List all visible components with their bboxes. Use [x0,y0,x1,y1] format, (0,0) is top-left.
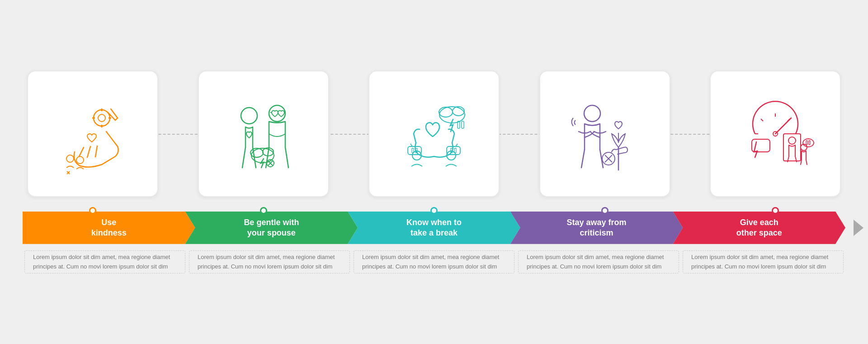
svg-rect-47 [783,134,801,161]
svg-rect-31 [447,146,460,155]
svg-point-21 [439,107,453,117]
arrow-shape-2: Be gentle with your spouse [185,212,358,244]
svg-rect-51 [806,141,807,145]
arrow-label-2: Be gentle with your spouse [230,217,312,238]
arrow-item-5: Give each other space [673,212,845,244]
dot-3 [430,207,438,214]
card-wrapper-4 [535,71,675,197]
card-3 [368,71,500,197]
icon-break [389,89,479,179]
arrow-label-4: Stay away from criticism [553,217,640,238]
description-1: Lorem ipsum dolor sit dim amet, mea regi… [24,250,185,274]
svg-rect-26 [408,146,421,155]
arrow-label-5: Give each other space [723,217,796,238]
dot-4 [601,207,609,214]
svg-point-6 [66,155,74,162]
arrow-item-1: Use kindness [23,212,195,244]
card-wrapper-2 [193,71,334,197]
svg-point-10 [269,105,285,122]
svg-point-35 [584,105,600,122]
dot-2 [260,207,267,214]
description-2: Lorem ipsum dolor sit dim amet, mea regi… [189,250,350,274]
description-3: Lorem ipsum dolor sit dim amet, mea regi… [354,250,514,274]
card-1 [27,71,158,197]
svg-point-1 [98,114,105,122]
icon-space [730,89,821,179]
arrow-label-1: Use kindness [78,217,140,238]
card-5 [710,71,841,197]
card-wrapper-5 [705,71,845,197]
arrow-item-3: Know when to take a break [348,212,520,244]
arrow-shape-4: Stay away from criticism [510,212,683,244]
arrow-shape-5: Give each other space [673,212,845,244]
card-2 [198,71,329,197]
svg-point-13 [241,108,257,124]
svg-rect-24 [462,121,464,128]
icon-kindness [47,89,138,179]
card-wrapper-3 [364,71,504,197]
dot-1 [89,207,96,214]
arrow-label-3: Know when to take a break [393,217,475,238]
svg-point-48 [788,137,796,144]
arrow-item-4: Stay away from criticism [510,212,683,244]
card-wrapper-1 [23,71,163,197]
arrow-shape-3: Know when to take a break [348,212,520,244]
next-arrow-icon [854,220,863,236]
icon-gentle [218,89,309,179]
arrow-item-2: Be gentle with your spouse [185,212,358,244]
svg-rect-28 [412,148,414,153]
infographic-container: Use kindness Be gentle with your spouse … [23,71,845,274]
dot-5 [772,207,779,214]
arrow-shape-1: Use kindness [23,212,195,244]
svg-rect-34 [454,148,456,153]
description-5: Lorem ipsum dolor sit dim amet, mea regi… [683,250,844,274]
description-row: Lorem ipsum dolor sit dim amet, mea regi… [23,250,845,274]
svg-point-7 [76,156,84,164]
svg-line-44 [761,119,763,121]
arrow-row: Use kindness Be gentle with your spouse … [23,212,845,244]
svg-point-50 [803,139,814,147]
description-4: Lorem ipsum dolor sit dim amet, mea regi… [518,250,679,274]
icon-criticism [560,89,650,179]
cards-row [23,71,845,197]
card-4 [539,71,670,197]
svg-rect-52 [809,141,810,145]
